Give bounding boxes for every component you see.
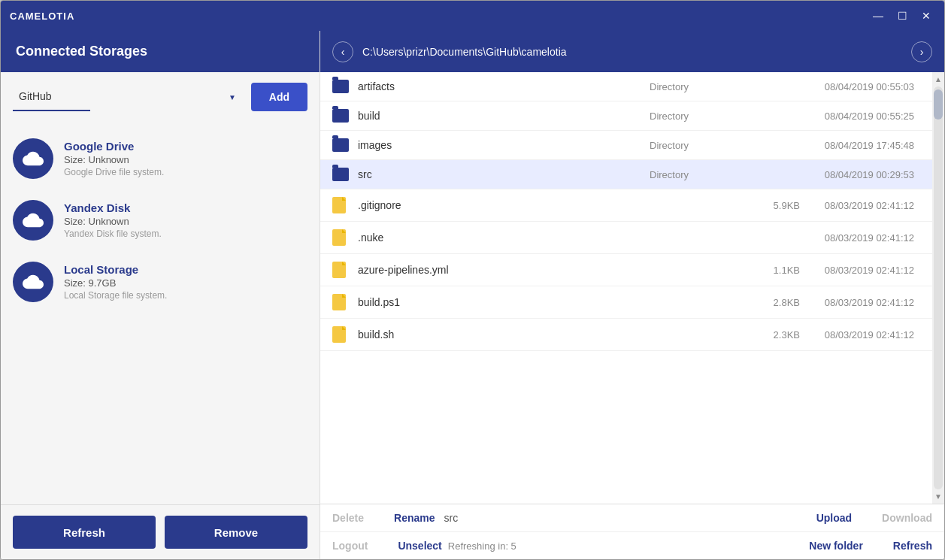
- file-date: 08/04/2019 00:55:25: [800, 110, 920, 122]
- file-size: 5.9KB: [740, 200, 800, 211]
- storage-item-yandex-disk[interactable]: Yandex Disk Size: Unknown Yandex Disk fi…: [1, 189, 320, 251]
- file-date: 08/03/2019 02:41:12: [800, 297, 920, 308]
- table-row[interactable]: artifacts Directory 08/04/2019 00:55:03: [320, 72, 932, 101]
- cloud-icon: [23, 148, 44, 169]
- scrollbar-thumb[interactable]: [934, 89, 943, 120]
- rename-button[interactable]: Rename: [394, 512, 435, 524]
- unselect-button[interactable]: Unselect: [398, 540, 441, 552]
- file-type: Directory: [650, 140, 740, 151]
- download-button[interactable]: Download: [882, 512, 932, 524]
- google-drive-info: Google Drive Size: Unknown Google Drive …: [64, 140, 164, 177]
- file-icon: [332, 229, 353, 246]
- file-icon: [332, 197, 353, 213]
- table-row[interactable]: .nuke 08/03/2019 02:41:12: [320, 222, 932, 254]
- storage-toolbar: GitHub Google Drive Yandex Disk Local St…: [1, 72, 320, 122]
- main-content: Connected Storages GitHub Google Drive Y…: [1, 31, 944, 559]
- upload-button[interactable]: Upload: [816, 512, 852, 524]
- google-drive-desc: Google Drive file system.: [64, 167, 164, 177]
- scrollbar-track: [934, 86, 943, 489]
- right-footer: Delete Rename src Upload Download Logout…: [320, 504, 944, 559]
- file-date: 08/03/2019 02:41:12: [800, 265, 920, 276]
- google-drive-size: Size: Unknown: [64, 154, 164, 165]
- left-panel-header: Connected Storages: [1, 31, 320, 72]
- current-path: C:\Users\prizr\Documents\GitHub\cameloti…: [362, 46, 902, 58]
- storage-select[interactable]: GitHub Google Drive Yandex Disk Local St…: [13, 83, 90, 111]
- local-storage-size: Size: 9.7GB: [64, 277, 167, 289]
- new-folder-button[interactable]: New folder: [809, 540, 863, 552]
- connected-storages-title: Connected Storages: [16, 44, 147, 59]
- file-size: 1.1KB: [740, 265, 800, 276]
- file-date: 08/04/2019 00:29:53: [800, 169, 920, 180]
- google-drive-icon: [13, 138, 53, 179]
- left-panel: Connected Storages GitHub Google Drive Y…: [1, 31, 320, 559]
- scroll-up-arrow[interactable]: ▲: [934, 72, 942, 86]
- file-name: images: [353, 139, 650, 151]
- title-bar: CAMELOTIA — ☐ ✕: [1, 1, 944, 31]
- cloud-icon-3: [23, 271, 44, 292]
- table-row[interactable]: images Directory 08/04/2019 17:45:48: [320, 131, 932, 160]
- minimize-button[interactable]: —: [869, 7, 887, 25]
- yandex-disk-desc: Yandex Disk file system.: [64, 229, 162, 239]
- storage-list: Google Drive Size: Unknown Google Drive …: [1, 122, 320, 504]
- file-date: 08/04/2019 00:55:03: [800, 81, 920, 92]
- file-name: artifacts: [353, 80, 650, 92]
- footer-row-1: Delete Rename src Upload Download: [320, 504, 944, 531]
- storage-item-local-storage[interactable]: Local Storage Size: 9.7GB Local Storage …: [1, 251, 320, 313]
- file-name: build.ps1: [353, 296, 650, 308]
- navigate-forward-button[interactable]: ›: [911, 41, 932, 62]
- file-name: .gitignore: [353, 199, 650, 211]
- right-header: ‹ C:\Users\prizr\Documents\GitHub\camelo…: [320, 31, 944, 72]
- scroll-down-arrow[interactable]: ▼: [934, 489, 942, 504]
- local-storage-name: Local Storage: [64, 263, 167, 276]
- left-footer: Refresh Remove: [1, 504, 320, 559]
- local-storage-icon: [13, 262, 53, 302]
- table-row[interactable]: .gitignore 5.9KB 08/03/2019 02:41:12: [320, 189, 932, 222]
- file-size: 2.8KB: [740, 297, 800, 308]
- rename-value: src: [444, 512, 459, 524]
- table-row[interactable]: build.sh 2.3KB 08/03/2019 02:41:12: [320, 319, 932, 351]
- yandex-disk-name: Yandex Disk: [64, 201, 162, 214]
- scrollbar[interactable]: ▲ ▼: [932, 72, 944, 504]
- file-name: src: [353, 168, 650, 180]
- local-storage-info: Local Storage Size: 9.7GB Local Storage …: [64, 263, 167, 301]
- local-storage-desc: Local Storage file system.: [64, 290, 167, 301]
- yandex-disk-icon: [13, 200, 53, 241]
- file-date: 08/03/2019 02:41:12: [800, 329, 920, 341]
- add-storage-button[interactable]: Add: [251, 83, 307, 111]
- file-name: azure-pipelines.yml: [353, 264, 650, 276]
- file-icon: [332, 294, 353, 310]
- table-row[interactable]: azure-pipelines.yml 1.1KB 08/03/2019 02:…: [320, 254, 932, 286]
- logout-button[interactable]: Logout: [332, 540, 368, 552]
- file-icon: [332, 262, 353, 278]
- app-title: CAMELOTIA: [10, 11, 74, 22]
- maximize-button[interactable]: ☐: [893, 7, 911, 25]
- yandex-disk-info: Yandex Disk Size: Unknown Yandex Disk fi…: [64, 201, 162, 239]
- file-icon: [332, 326, 353, 343]
- right-panel: ‹ C:\Users\prizr\Documents\GitHub\camelo…: [320, 31, 944, 559]
- file-list: artifacts Directory 08/04/2019 00:55:03 …: [320, 72, 932, 504]
- file-list-container: artifacts Directory 08/04/2019 00:55:03 …: [320, 72, 944, 504]
- table-row[interactable]: build.ps1 2.8KB 08/03/2019 02:41:12: [320, 286, 932, 319]
- storage-item-google-drive[interactable]: Google Drive Size: Unknown Google Drive …: [1, 128, 320, 189]
- refresh-files-button[interactable]: Refresh: [893, 540, 932, 552]
- table-row[interactable]: build Directory 08/04/2019 00:55:25: [320, 101, 932, 131]
- window-controls: — ☐ ✕: [869, 7, 935, 25]
- yandex-disk-size: Size: Unknown: [64, 216, 162, 227]
- delete-button[interactable]: Delete: [332, 512, 364, 524]
- file-name: .nuke: [353, 232, 650, 244]
- refresh-storages-button[interactable]: Refresh: [13, 516, 156, 549]
- close-button[interactable]: ✕: [917, 7, 935, 25]
- folder-icon: [332, 80, 353, 93]
- remove-storage-button[interactable]: Remove: [165, 516, 307, 549]
- file-date: 08/03/2019 02:41:12: [800, 232, 920, 244]
- refresh-status: Refreshing in: 5: [448, 540, 516, 552]
- google-drive-name: Google Drive: [64, 140, 164, 153]
- navigate-back-button[interactable]: ‹: [332, 41, 353, 62]
- cloud-icon-2: [23, 210, 44, 231]
- folder-icon: [332, 168, 353, 181]
- file-date: 08/04/2019 17:45:48: [800, 140, 920, 151]
- file-type: Directory: [650, 81, 740, 92]
- table-row[interactable]: src Directory 08/04/2019 00:29:53: [320, 160, 932, 189]
- file-type: Directory: [650, 110, 740, 122]
- file-size: 2.3KB: [740, 329, 800, 341]
